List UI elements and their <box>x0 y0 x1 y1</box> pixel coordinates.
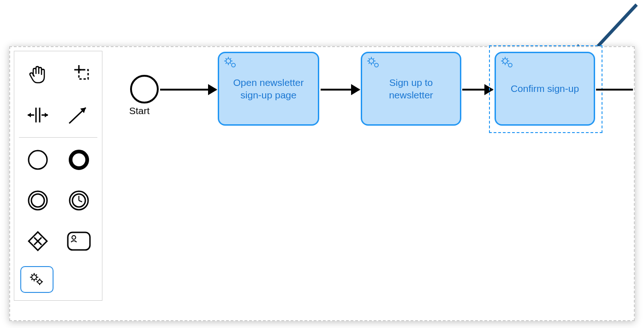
gears-icon <box>223 56 239 70</box>
svg-point-40 <box>226 59 231 63</box>
svg-line-46 <box>230 63 231 64</box>
svg-point-69 <box>508 63 512 67</box>
sequence-flow[interactable] <box>596 89 633 91</box>
lasso-icon <box>68 63 90 85</box>
task-open-newsletter[interactable]: Open newsletter sign-up page <box>218 52 319 126</box>
user-task-icon <box>66 231 91 251</box>
hand-tool[interactable] <box>19 56 56 92</box>
svg-line-57 <box>369 63 370 64</box>
svg-rect-4 <box>79 70 88 79</box>
intermediate-event-shape[interactable] <box>19 182 56 219</box>
gears-icon <box>500 56 515 70</box>
diagram-area[interactable]: Start Open newsletter sign-up page <box>107 47 634 320</box>
start-event-shape[interactable] <box>19 142 56 178</box>
svg-line-20 <box>79 200 82 202</box>
sequence-flow[interactable] <box>160 89 216 91</box>
svg-line-33 <box>31 279 32 280</box>
end-event-shape[interactable] <box>60 142 97 178</box>
svg-point-59 <box>375 63 378 67</box>
shape-palette <box>14 51 102 301</box>
thick-circle-icon <box>67 148 90 171</box>
task-sign-up[interactable]: Sign up to newsletter <box>361 52 461 126</box>
double-circle-icon <box>26 189 49 212</box>
start-event-label: Start <box>129 105 149 116</box>
svg-marker-8 <box>28 113 31 117</box>
user-task-shape[interactable] <box>60 223 97 259</box>
connect-icon <box>66 104 91 126</box>
svg-point-13 <box>29 151 47 169</box>
svg-line-66 <box>507 63 508 64</box>
service-task-icon <box>28 272 46 287</box>
svg-rect-24 <box>68 232 90 250</box>
service-task-shape[interactable] <box>20 266 54 293</box>
task-confirm-sign-up[interactable]: Confirm sign-up <box>495 52 595 126</box>
timer-event-shape[interactable] <box>60 182 97 219</box>
svg-point-49 <box>232 63 235 67</box>
space-tool[interactable] <box>19 97 56 133</box>
global-connect-tool[interactable] <box>60 97 97 133</box>
svg-line-32 <box>36 279 37 280</box>
svg-point-16 <box>31 194 44 207</box>
exclusive-gateway-shape[interactable] <box>19 223 56 259</box>
lasso-tool[interactable] <box>60 56 97 92</box>
sequence-flow[interactable] <box>321 89 359 91</box>
svg-point-26 <box>32 275 36 279</box>
task-label: Open newsletter sign-up page <box>226 76 311 102</box>
svg-line-31 <box>31 274 32 275</box>
task-label: Sign up to newsletter <box>369 76 453 102</box>
svg-point-25 <box>72 236 76 239</box>
thin-circle-icon <box>26 148 49 171</box>
timer-circle-icon <box>67 189 90 212</box>
svg-line-65 <box>502 58 503 59</box>
svg-point-60 <box>503 59 507 63</box>
svg-line-68 <box>507 58 508 59</box>
gateway-icon <box>26 229 50 253</box>
task-label: Confirm sign-up <box>511 82 579 95</box>
gears-icon <box>366 56 382 70</box>
svg-line-58 <box>373 58 374 59</box>
svg-line-67 <box>502 63 503 64</box>
sequence-flow[interactable] <box>462 89 493 91</box>
svg-point-35 <box>38 280 42 284</box>
svg-line-47 <box>226 63 227 64</box>
space-icon <box>25 104 51 126</box>
svg-line-56 <box>373 63 374 64</box>
svg-point-50 <box>369 59 374 63</box>
svg-line-48 <box>230 58 231 59</box>
svg-line-34 <box>36 274 37 275</box>
svg-marker-10 <box>45 113 48 117</box>
svg-line-55 <box>369 58 370 59</box>
svg-point-14 <box>71 152 87 168</box>
start-event[interactable] <box>130 75 159 103</box>
bpmn-canvas[interactable]: Start Open newsletter sign-up page <box>9 46 635 321</box>
hand-icon <box>27 63 49 85</box>
svg-line-45 <box>226 58 227 59</box>
